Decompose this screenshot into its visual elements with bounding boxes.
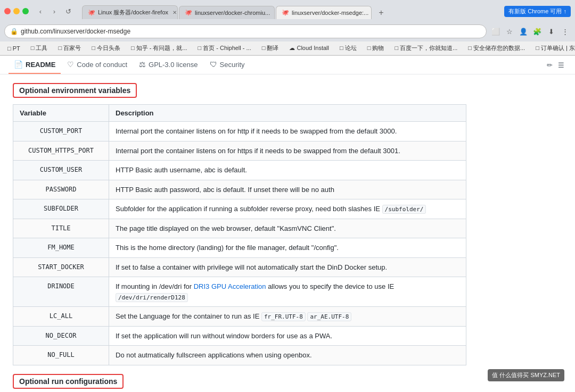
env-var-desc: Do not autmatically fullscreen applicati… [109,346,466,365]
env-var-name: START_DOCKER [13,257,109,277]
browser-tab-1[interactable]: 🐙 Linux 服务器/docker-firefox ✕ [82,5,178,19]
bookmark-pt[interactable]: □ PT [4,44,23,53]
env-var-desc: Set the Language for the container to ru… [109,307,466,327]
env-variables-table: Variable Description CUSTOM_PORTInternal… [13,104,466,365]
env-var-name: DRINODE [13,277,109,307]
table-row: LC_ALLSet the Language for the container… [13,307,466,327]
tab-close-1[interactable]: ✕ [171,9,178,16]
bookmark-toutiao[interactable]: □ 今日头条 [88,43,124,53]
optional-env-heading: Optional environment variables [13,83,137,98]
bookmark-order-label: □ 订单确认 | 东京宅男... [536,44,575,52]
tab-license-label: GPL-3.0 license [149,61,198,69]
bookmark-forum[interactable]: □ 论坛 [336,43,360,53]
bookmark-safe-label: □ 安全储存您的数据... [468,44,525,52]
reload-button[interactable]: ↺ [62,5,75,17]
readme-icon: 📄 [14,60,23,69]
env-var-name: NO_FULL [13,346,109,365]
bookmark-shop[interactable]: □ 购物 [364,43,388,53]
bookmark-baijia[interactable]: □ 百家号 [55,43,84,53]
browser-tab-2[interactable]: 🐙 linuxserver/docker-chromiu... ✕ [179,6,275,19]
tab-security-label: Security [220,61,245,69]
env-var-desc: This is the home directory (landing) for… [109,238,466,258]
bookmarks-bar: □ PT □ 工具 □ 百家号 □ 今日头条 □ 知乎 - 有问题，就... □… [0,41,575,55]
env-var-desc: HTTP Basic auth password, abc is default… [109,180,466,199]
content-area: Optional environment variables Variable … [0,74,479,392]
back-button[interactable]: ‹ [34,5,47,17]
env-var-name: CUSTOM_HTTPS_PORT [13,141,109,161]
table-row: CUSTOM_HTTPS_PORTInternal port the conta… [13,141,466,161]
bookmark-zhihu[interactable]: □ 知乎 - 有问题，就... [128,43,191,53]
forward-button[interactable]: › [48,5,61,17]
env-var-name: PASSWORD [13,180,109,199]
tab-conduct[interactable]: ♡ Code of conduct [62,56,133,74]
env-var-name: SUBFOLDER [13,199,109,219]
bookmark-shop-label: □ 购物 [367,44,384,52]
cast-icon[interactable]: ⬜ [490,26,502,37]
tab-readme-label: README [26,61,55,69]
tab-license[interactable]: ⚖ GPL-3.0 license [134,56,203,74]
tab-readme[interactable]: 📄 README [9,56,61,74]
bookmark-translate[interactable]: □ 翻译 [259,43,282,53]
bookmark-forum-label: □ 论坛 [340,44,357,52]
bookmark-safe[interactable]: □ 安全储存您的数据... [465,43,528,53]
url-bar[interactable]: 🔒 github.com/linuxserver/docker-msedge [4,24,487,38]
table-row: CUSTOM_PORTInternal port the container l… [13,122,466,141]
tab-close-3[interactable]: ✕ [371,9,372,16]
bookmark-cloud[interactable]: ☁ Cloud Install [286,44,332,53]
edit-icon[interactable]: ✏ [545,59,555,71]
browser-chrome: ‹ › ↺ 🐙 Linux 服务器/docker-firefox ✕ 🐙 lin… [0,0,575,56]
bookmark-tools[interactable]: □ 工具 [28,43,51,53]
profile-icon[interactable]: 👤 [518,26,529,37]
minimize-button[interactable] [13,8,20,14]
tab-favicon-3: 🐙 [282,9,289,16]
watermark: 值 什么值得买 SMYZ.NET [488,369,564,381]
env-var-name: TITLE [13,219,109,238]
table-row: DRINODEIf mounting in /dev/dri for DRI3 … [13,277,466,307]
env-var-name: CUSTOM_USER [13,161,109,180]
table-row: CUSTOM_USERHTTP Basic auth username, abc… [13,161,466,180]
bookmark-baidu[interactable]: □ 百度一下，你就知道... [391,43,461,53]
repo-tabs: 📄 README ♡ Code of conduct ⚖ GPL-3.0 lic… [0,56,575,74]
nav-buttons: ‹ › ↺ [34,5,75,17]
table-row: TITLEThe page title displayed on the web… [13,219,466,238]
env-var-desc: Internal port the container listens on f… [109,141,466,161]
url-icons: ⬜ ☆ 👤 🧩 ⬇ ⋮ [490,26,571,37]
maximize-button[interactable] [22,8,29,14]
menu-icon[interactable]: ⋮ [559,26,571,37]
browser-tab-3[interactable]: 🐙 linuxserver/docker-msedge:... ✕ [276,6,372,19]
table-row: FM_HOMEThis is the home directory (landi… [13,238,466,258]
table-row: NO_DECORIf set the application will run … [13,326,466,346]
env-var-desc: If mounting in /dev/dri for DRI3 GPU Acc… [109,277,466,307]
table-row: NO_FULLDo not autmatically fullscreen ap… [13,346,466,365]
window-controls [4,8,29,14]
url-text: github.com/linuxserver/docker-msedge [21,28,130,35]
env-var-name: FM_HOME [13,238,109,258]
bookmark-zhihu-label: □ 知乎 - 有问题，就... [131,44,187,52]
download-icon[interactable]: ⬇ [545,26,557,37]
table-row: PASSWORDHTTP Basic auth password, abc is… [13,180,466,199]
tab-label-2: linuxserver/docker-chromiu... [195,10,270,16]
bookmark-chiphell[interactable]: □ 首页 - Chiphell - ... [195,43,254,53]
tab-security[interactable]: 🛡 Security [204,56,250,74]
tab-conduct-label: Code of conduct [77,61,127,69]
tab-label-1: Linux 服务器/docker-firefox [98,9,168,16]
update-chrome-button[interactable]: 有新版 Chrome 可用 ↑ [504,6,571,17]
env-table-header-var: Variable [13,105,109,122]
table-row: SUBFOLDERSubfolder for the application i… [13,199,466,219]
conduct-icon: ♡ [67,60,74,69]
env-var-desc: The page title displayed on the web brow… [109,219,466,238]
browser-tabs: 🐙 Linux 服务器/docker-firefox ✕ 🐙 linuxserv… [78,3,392,19]
bookmark-toutiao-label: □ 今日头条 [92,44,120,52]
extension-icon[interactable]: 🧩 [531,26,543,37]
bookmark-tools-label: □ 工具 [31,44,48,52]
new-tab-button[interactable]: + [375,6,388,19]
bookmark-icon[interactable]: ☆ [504,26,515,37]
bookmark-order[interactable]: □ 订单确认 | 东京宅男... [532,43,575,53]
env-var-desc: If set to false a container with privile… [109,257,466,277]
tab-close-2[interactable]: ✕ [273,9,275,16]
close-button[interactable] [4,8,11,14]
env-var-name: CUSTOM_PORT [13,122,109,141]
bookmark-translate-label: □ 翻译 [262,44,279,52]
bookmark-cloud-label: ☁ Cloud Install [289,45,329,52]
list-icon[interactable]: ☰ [556,59,566,71]
